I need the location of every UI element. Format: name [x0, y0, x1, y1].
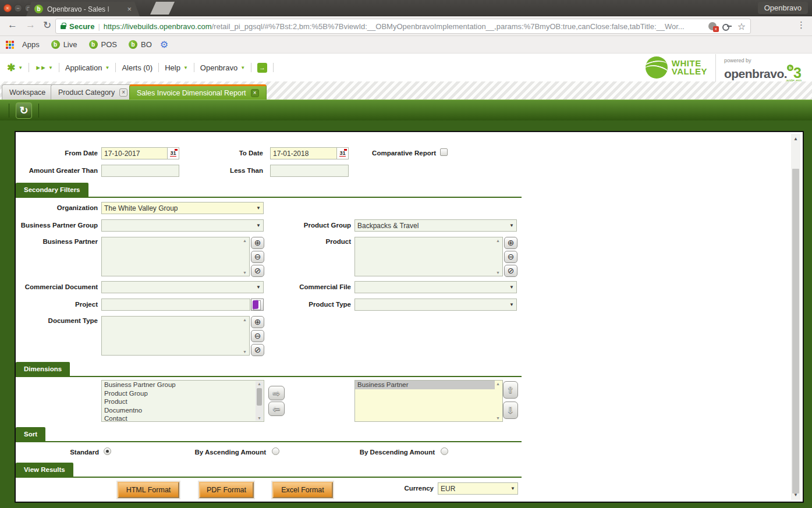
- selected-dimensions-listbox[interactable]: Business Partner ▲▼: [354, 380, 503, 422]
- bookmark-pos[interactable]: bPOS: [86, 39, 120, 50]
- scroll-up-icon[interactable]: ▲: [494, 239, 502, 243]
- scroll-down-icon[interactable]: ▼: [494, 416, 502, 420]
- amount-greater-than-input[interactable]: [102, 165, 179, 176]
- project-field[interactable]: [101, 299, 250, 311]
- business-partner-listbox[interactable]: ▲▼: [101, 237, 250, 276]
- sort-descending-radio[interactable]: [441, 447, 448, 455]
- scrollbar-thumb[interactable]: [792, 169, 799, 493]
- from-date-field[interactable]: 31: [101, 147, 179, 159]
- tab-close-icon[interactable]: ×: [119, 88, 127, 97]
- document-type-add-button[interactable]: ⊕: [251, 316, 264, 328]
- back-button[interactable]: ←: [8, 19, 17, 31]
- profile-chip[interactable]: Openbravo: [758, 2, 808, 14]
- to-date-field[interactable]: 31: [270, 147, 349, 159]
- product-type-select[interactable]: ▼: [354, 299, 517, 311]
- from-date-calendar-button[interactable]: 31: [167, 148, 179, 159]
- scroll-up-icon[interactable]: ▲: [241, 318, 249, 322]
- business-partner-group-select[interactable]: ▼: [101, 219, 264, 232]
- menu-alerts[interactable]: Alerts (0): [122, 63, 153, 72]
- document-type-clear-button[interactable]: ⊘: [251, 344, 264, 356]
- move-right-button[interactable]: ⇨: [268, 386, 285, 400]
- settings-gear-icon[interactable]: ⚙: [160, 39, 168, 50]
- url-text[interactable]: https://livebuilds.openbravo.com/retail_…: [104, 22, 705, 31]
- tab-close-icon[interactable]: ×: [251, 89, 259, 97]
- main-scrollbar[interactable]: ▲ ▼: [791, 134, 800, 500]
- project-input[interactable]: [102, 299, 250, 310]
- menu-openbravo[interactable]: Openbravo▼: [200, 63, 245, 72]
- scroll-down-icon[interactable]: ▼: [241, 271, 249, 275]
- business-partner-add-button[interactable]: ⊕: [251, 237, 264, 249]
- address-bar[interactable]: Secure | https://livebuilds.openbravo.co…: [55, 19, 751, 34]
- reload-button[interactable]: ↻: [43, 19, 51, 31]
- product-remove-button[interactable]: ⊖: [504, 251, 517, 263]
- tab-workspace[interactable]: Workspace: [2, 84, 53, 100]
- document-type-remove-button[interactable]: ⊖: [251, 330, 264, 342]
- commercial-file-select[interactable]: ▼: [354, 281, 517, 293]
- move-down-button[interactable]: ⇩: [503, 402, 518, 419]
- bookmark-apps[interactable]: Apps: [19, 39, 43, 50]
- quick-create-menu[interactable]: ►►▼: [35, 64, 53, 71]
- scroll-up-icon[interactable]: ▲: [494, 382, 502, 386]
- list-item[interactable]: Product Group: [102, 389, 264, 398]
- pdf-format-button[interactable]: PDF Format: [199, 482, 254, 498]
- forward-button[interactable]: →: [26, 19, 36, 31]
- product-group-select[interactable]: Backpacks & Travel▼: [354, 219, 517, 232]
- less-than-field[interactable]: [270, 165, 349, 177]
- html-format-button[interactable]: HTML Format: [118, 482, 179, 498]
- sort-standard-radio[interactable]: [104, 447, 111, 455]
- quick-launch-menu[interactable]: ✱▼: [7, 62, 23, 74]
- excel-format-button[interactable]: Excel Format: [272, 482, 333, 498]
- product-listbox[interactable]: ▲▼: [354, 237, 503, 276]
- amount-greater-than-field[interactable]: [101, 165, 179, 177]
- key-icon[interactable]: [722, 24, 732, 29]
- bookmark-live[interactable]: bLive: [48, 39, 81, 50]
- scroll-down-icon[interactable]: ▼: [494, 271, 502, 275]
- available-dimensions-listbox[interactable]: Business Partner Group Product Group Pro…: [101, 380, 264, 422]
- list-item-selected[interactable]: Business Partner: [355, 381, 495, 389]
- bookmark-bo[interactable]: bBO: [125, 39, 155, 50]
- new-tab-stub[interactable]: [150, 2, 175, 15]
- to-date-input[interactable]: [271, 148, 336, 159]
- apps-grid-icon[interactable]: [6, 41, 14, 49]
- logout-button[interactable]: →: [257, 63, 267, 73]
- scroll-up-icon[interactable]: ▲: [791, 136, 800, 141]
- extension-blocked-icon[interactable]: x: [708, 22, 717, 30]
- scroll-up-icon[interactable]: ▲: [256, 382, 263, 386]
- move-up-button[interactable]: ⇧: [503, 381, 518, 399]
- scroll-down-icon[interactable]: ▼: [256, 416, 263, 420]
- business-partner-clear-button[interactable]: ⊘: [251, 265, 264, 277]
- product-add-button[interactable]: ⊕: [504, 237, 517, 249]
- window-close-button[interactable]: ×: [3, 4, 12, 12]
- comparative-report-checkbox[interactable]: [440, 148, 448, 156]
- document-type-listbox[interactable]: ▲▼: [101, 316, 250, 356]
- list-item[interactable]: Product: [102, 397, 264, 406]
- scroll-up-icon[interactable]: ▲: [241, 239, 249, 243]
- move-left-button[interactable]: ⇦: [268, 402, 285, 416]
- product-clear-button[interactable]: ⊘: [504, 265, 517, 277]
- business-partner-remove-button[interactable]: ⊖: [251, 251, 264, 263]
- browser-tab-close-icon[interactable]: ×: [127, 5, 132, 13]
- window-minimize-button[interactable]: −: [14, 4, 22, 12]
- scroll-down-icon[interactable]: ▼: [241, 350, 249, 354]
- project-picker-button[interactable]: [251, 299, 264, 311]
- refresh-button[interactable]: ↻: [16, 102, 32, 119]
- list-item[interactable]: Business Partner Group: [102, 381, 264, 389]
- list-item[interactable]: Documentno: [102, 406, 264, 415]
- tab-sales-invoice-dimensional-report[interactable]: Sales Invoice Dimensional Report×: [129, 84, 267, 100]
- browser-tab[interactable]: b Openbravo - Sales I ×: [26, 2, 140, 16]
- bookmark-star-icon[interactable]: ☆: [737, 21, 746, 32]
- browser-menu-icon[interactable]: ⋮: [797, 20, 806, 30]
- from-date-input[interactable]: [102, 148, 167, 159]
- less-than-input[interactable]: [271, 165, 348, 176]
- menu-help[interactable]: Help▼: [165, 63, 188, 72]
- currency-select[interactable]: EUR▼: [438, 482, 518, 495]
- list-item[interactable]: Contact: [102, 414, 264, 423]
- sort-ascending-radio[interactable]: [272, 447, 279, 455]
- organization-select[interactable]: The White Valley Group▼: [101, 202, 264, 214]
- scroll-down-icon[interactable]: ▼: [791, 492, 800, 498]
- tab-product-category[interactable]: Product Category×: [51, 84, 135, 100]
- commercial-document-select[interactable]: ▼: [101, 281, 264, 293]
- less-than-label: Less Than: [179, 167, 263, 174]
- scrollbar-thumb[interactable]: [257, 388, 262, 406]
- menu-application[interactable]: Application▼: [65, 63, 110, 72]
